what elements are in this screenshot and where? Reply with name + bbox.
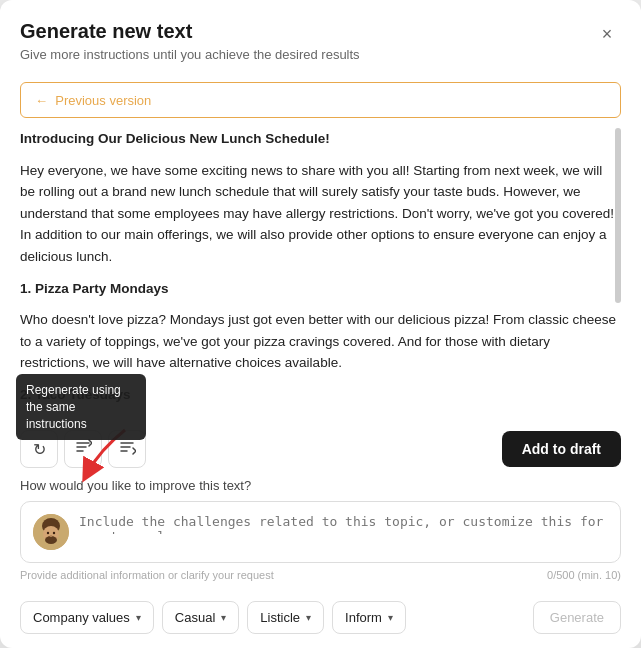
svg-point-10 (45, 536, 57, 544)
dropdown-label: Casual (175, 610, 215, 625)
svg-point-11 (47, 532, 49, 534)
close-button[interactable]: × (593, 20, 621, 48)
generate-button[interactable]: Generate (533, 601, 621, 634)
modal: Generate new text Give more instructions… (0, 0, 641, 648)
move-up-icon (74, 438, 92, 460)
prev-version-link[interactable]: ← Previous version (35, 93, 151, 108)
avatar (33, 514, 69, 550)
chevron-down-icon: ▾ (221, 612, 226, 623)
toolbar-left: Regenerate using the same instructions ↻ (20, 430, 146, 468)
improve-input-area (20, 501, 621, 563)
prev-version-label: Previous version (55, 93, 151, 108)
char-limit-row: Provide additional information or clarif… (20, 569, 621, 581)
add-to-draft-button[interactable]: Add to draft (502, 431, 621, 467)
dropdown-label: Inform (345, 610, 382, 625)
improve-label: How would you like to improve this text? (20, 478, 621, 493)
dropdowns-container: Company values▾Casual▾Listicle▾Inform▾ (20, 601, 406, 634)
regenerate-button[interactable]: ↻ (20, 430, 58, 468)
improve-textarea[interactable] (79, 514, 608, 534)
chevron-down-icon: ▾ (136, 612, 141, 623)
svg-point-13 (50, 535, 53, 537)
svg-point-12 (53, 532, 55, 534)
move-down-icon (118, 438, 136, 460)
text-item1-label: 1. Pizza Party Mondays (20, 281, 169, 296)
text-heading: Introducing Our Delicious New Lunch Sche… (20, 131, 330, 146)
char-count: 0/500 (min. 10) (547, 569, 621, 581)
char-hint: Provide additional information or clarif… (20, 569, 274, 581)
regenerate-icon: ↻ (33, 440, 46, 459)
dropdown-listicle[interactable]: Listicle▾ (247, 601, 324, 634)
dropdown-label: Company values (33, 610, 130, 625)
bottom-controls: Company values▾Casual▾Listicle▾Inform▾ G… (20, 591, 621, 648)
move-down-button[interactable] (108, 430, 146, 468)
dropdown-company-values[interactable]: Company values▾ (20, 601, 154, 634)
dropdown-label: Listicle (260, 610, 300, 625)
move-up-button[interactable] (64, 430, 102, 468)
toolbar-row: Regenerate using the same instructions ↻ (20, 420, 621, 478)
generated-text-area: Introducing Our Delicious New Lunch Sche… (20, 128, 621, 420)
arrow-icon: ← (35, 93, 48, 108)
modal-title: Generate new text (20, 20, 360, 43)
close-icon: × (602, 24, 613, 45)
text-para1: Hey everyone, we have some exciting news… (20, 160, 617, 268)
scrollbar-thumb[interactable] (615, 128, 621, 303)
chevron-down-icon: ▾ (306, 612, 311, 623)
avatar-svg (33, 514, 69, 550)
dropdown-casual[interactable]: Casual▾ (162, 601, 239, 634)
modal-header: Generate new text Give more instructions… (0, 0, 641, 72)
text-item1: Who doesn't love pizza? Mondays just got… (20, 309, 617, 374)
prev-version-bar: ← Previous version (20, 82, 621, 118)
text-item2-label: 2. Taco Tuesdays (20, 387, 131, 402)
chevron-down-icon: ▾ (388, 612, 393, 623)
header-text: Generate new text Give more instructions… (20, 20, 360, 62)
modal-subtitle: Give more instructions until you achieve… (20, 47, 360, 62)
text-scroll-wrapper: Introducing Our Delicious New Lunch Sche… (20, 128, 621, 420)
scrollbar-track[interactable] (615, 128, 621, 420)
content-area: ← Previous version Introducing Our Delic… (0, 72, 641, 648)
dropdown-inform[interactable]: Inform▾ (332, 601, 406, 634)
